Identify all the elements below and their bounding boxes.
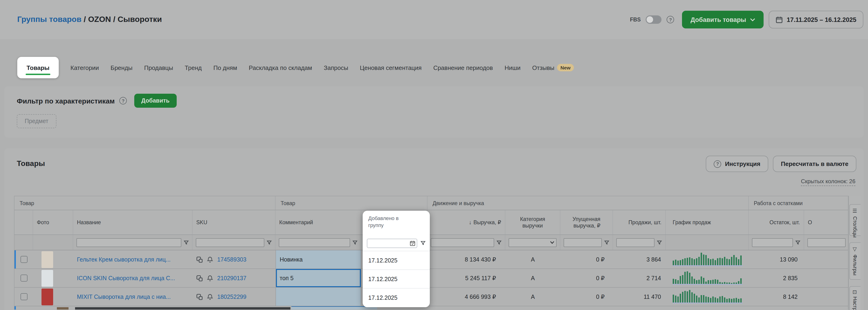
row-sku-cell: 180252299	[192, 288, 276, 306]
tab-kategorii[interactable]: Категории	[70, 64, 99, 71]
filter-add-button[interactable]: Добавить	[134, 94, 177, 108]
similar-products-icon[interactable]	[196, 293, 203, 300]
clipped-filter-input[interactable]	[807, 238, 846, 247]
product-name-link[interactable]: MIXIT Сыворотка для лица с ниа...	[77, 293, 170, 300]
tab-otzyvy[interactable]: Отзывы New	[532, 64, 574, 71]
col-header-sku[interactable]: SKU	[192, 210, 276, 235]
hidden-columns-link[interactable]: Скрытых колонок: 26	[801, 178, 856, 186]
row-comment-cell[interactable]	[276, 288, 361, 306]
table-row: ICON SKIN Сыворотка для лица С... 210290…	[14, 269, 848, 288]
tab-prodavtsy[interactable]: Продавцы	[144, 64, 173, 71]
filter-cell-sku	[192, 235, 276, 250]
sales-filter-funnel-icon[interactable]	[657, 240, 662, 245]
group-header-movement-revenue: Движение и выручка	[428, 196, 749, 210]
fbs-help-icon[interactable]: ?	[667, 16, 674, 23]
add-products-button[interactable]: Добавить товары	[682, 11, 763, 28]
tab-tovary[interactable]: Товары	[17, 57, 59, 78]
lost-revenue-filter-input[interactable]	[564, 238, 602, 247]
comment-filter-funnel-icon[interactable]	[352, 240, 358, 245]
row-name-cell: Гельтек Крем сыворотка для лиц...	[73, 250, 192, 269]
tab-raskladka[interactable]: Раскладка по складам	[249, 64, 312, 71]
tab-po-dnyam[interactable]: По дням	[213, 64, 237, 71]
lost-revenue-filter-funnel-icon[interactable]	[604, 240, 609, 245]
row-sales-cell: 2 714	[613, 269, 666, 287]
col-header-revenue-category[interactable]: Категориявыручки	[505, 210, 560, 235]
row-name-cell: ICON SKIN Сыворотка для лица С...	[73, 269, 192, 287]
added-date-cell: 17.12.2025	[363, 288, 430, 307]
row-revenue-cell: 5 245 117 ₽	[428, 269, 505, 287]
product-name-link[interactable]: Гельтек Крем сыворотка для лиц...	[77, 256, 170, 263]
tab-nishi[interactable]: Ниши	[505, 64, 521, 71]
row-revenue-cell: 8 134 430 ₽	[428, 250, 505, 269]
added-filter-funnel-icon[interactable]	[421, 241, 426, 246]
breadcrumb-link-product-groups[interactable]: Группы товаров	[17, 15, 82, 24]
sku-filter-funnel-icon[interactable]	[267, 240, 272, 245]
col-header-stock[interactable]: Остаток, шт.	[749, 210, 804, 235]
instruction-button[interactable]: ? Инструкция	[706, 156, 769, 172]
revenue-category-select[interactable]	[508, 238, 557, 247]
table-row-partial	[14, 306, 848, 310]
row-lost-revenue-cell: 0 ₽	[560, 269, 613, 287]
row-stock-cell: 8 142	[749, 288, 804, 306]
row-comment-cell-focused[interactable]: топ 5	[276, 269, 361, 287]
bell-icon[interactable]	[207, 256, 213, 263]
bell-icon[interactable]	[207, 275, 213, 281]
row-checkbox[interactable]	[20, 256, 27, 263]
row-sales-chart-cell[interactable]	[666, 269, 749, 287]
sales-sparkline-chart	[673, 290, 743, 304]
product-photo[interactable]	[41, 288, 53, 305]
added-column-header[interactable]: Добавлено в группу	[363, 211, 430, 236]
col-header-name[interactable]: Название	[73, 210, 192, 235]
tab-tsenovaya[interactable]: Ценовая сегментация	[360, 64, 422, 71]
row-sales-chart-cell[interactable]	[666, 288, 749, 306]
sku-link[interactable]: 180252299	[217, 293, 246, 300]
side-tab-columns[interactable]: ☰ Столбцы	[849, 204, 861, 236]
filter-help-icon[interactable]: ?	[119, 97, 127, 104]
comment-filter-input[interactable]	[279, 238, 350, 247]
product-photo[interactable]	[41, 270, 53, 286]
revenue-filter-input[interactable]	[431, 238, 494, 247]
row-checkbox[interactable]	[20, 293, 27, 300]
sku-link[interactable]: 210290137	[217, 275, 246, 281]
currency-recalc-button[interactable]: Пересчитать в валюте	[773, 156, 856, 172]
tab-zaprosy[interactable]: Запросы	[324, 64, 348, 71]
sku-filter-input[interactable]	[196, 238, 264, 247]
tab-sravnenie[interactable]: Сравнение периодов	[433, 64, 493, 71]
stock-filter-funnel-icon[interactable]	[795, 240, 800, 245]
added-date-filter-input[interactable]	[367, 239, 417, 248]
row-selected-indicator	[14, 250, 16, 269]
bell-icon[interactable]	[207, 293, 213, 300]
col-header-sales[interactable]: Продажи, шт.	[613, 210, 666, 235]
similar-products-icon[interactable]	[196, 256, 203, 263]
col-header-comment[interactable]: Комментарий	[276, 210, 361, 235]
toggle-knob	[647, 16, 653, 23]
tab-brendy[interactable]: Бренды	[111, 64, 132, 71]
row-checkbox[interactable]	[20, 275, 27, 282]
fbs-toggle[interactable]	[646, 16, 662, 24]
sales-filter-input[interactable]	[616, 238, 654, 247]
product-photo[interactable]	[41, 251, 53, 268]
date-range-button[interactable]: 17.11.2025 – 16.12.2025	[769, 11, 863, 28]
row-clipped-cell	[804, 288, 849, 306]
similar-products-icon[interactable]	[196, 275, 203, 281]
row-comment-cell[interactable]: Новинка	[276, 250, 361, 269]
stock-filter-input[interactable]	[752, 238, 793, 247]
characteristics-filter-panel: Фильтр по характеристикам ? Добавить Пре…	[4, 86, 864, 137]
sku-link[interactable]: 174589303	[217, 256, 246, 263]
name-filter-funnel-icon[interactable]	[184, 240, 189, 245]
side-tab-settings[interactable]: ⊡ Настр	[849, 286, 861, 310]
table-filter-row	[14, 235, 848, 250]
filter-cell-comment	[276, 235, 361, 250]
col-header-revenue[interactable]: ↓ Выручка, ₽	[428, 210, 505, 235]
row-selected-indicator	[14, 306, 16, 310]
tab-trend[interactable]: Тренд	[185, 64, 202, 71]
row-checkbox-cell	[14, 288, 33, 306]
side-tab-filters[interactable]: ▽ Фильтры	[849, 242, 861, 280]
row-sales-chart-cell[interactable]	[666, 250, 749, 269]
product-name-link[interactable]: ICON SKIN Сыворотка для лица С...	[77, 275, 175, 281]
revenue-filter-funnel-icon[interactable]	[496, 240, 502, 245]
col-header-lost-revenue[interactable]: Упущеннаявыручка, ₽	[560, 210, 613, 235]
name-filter-input[interactable]	[76, 238, 181, 247]
group-header-product: Товар	[14, 196, 276, 210]
header-bar: Группы товаров / OZON / Сыворотки FBS ? …	[0, 0, 868, 39]
